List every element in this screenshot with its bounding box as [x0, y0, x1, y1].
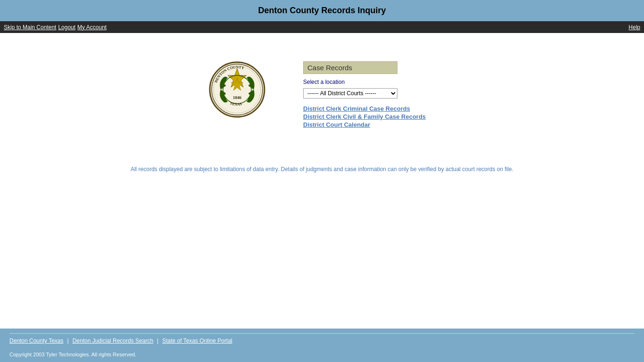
main-content: 1846 DENTON COUNTY TEXAS Case Records Se…: [0, 33, 644, 329]
page-header: Denton County Records Inquiry: [0, 0, 644, 21]
select-location-label: Select a location: [303, 79, 435, 85]
logout-link[interactable]: Logout: [58, 24, 75, 31]
footer-links: Denton County Texas | Denton Judicial Re…: [9, 333, 635, 348]
case-records-section: Case Records Select a location ------ Al…: [303, 61, 435, 128]
seal-image: 1846 DENTON COUNTY TEXAS: [209, 61, 265, 118]
footer-separator-2: |: [157, 337, 158, 344]
judicial-records-search-link[interactable]: Denton Judicial Records Search: [73, 337, 153, 344]
navigation-bar: Skip to Main Content Logout My Account H…: [0, 21, 644, 33]
page-footer: Denton County Texas | Denton Judicial Re…: [0, 329, 644, 362]
footer-separator-1: |: [67, 337, 69, 344]
page-title: Denton County Records Inquiry: [258, 6, 386, 15]
nav-right: Help: [628, 24, 640, 31]
copyright-text: Copyright 2003 Tyler Technologies. All r…: [9, 350, 635, 357]
skip-to-main-link[interactable]: Skip to Main Content: [4, 24, 56, 31]
records-links: District Clerk Criminal Case Records Dis…: [303, 105, 435, 128]
disclaimer-text: All records displayed are subject to lim…: [112, 166, 532, 173]
civil-family-case-records-link[interactable]: District Clerk Civil & Family Case Recor…: [303, 113, 435, 120]
case-records-title: Case Records: [303, 61, 397, 74]
help-link[interactable]: Help: [628, 24, 640, 31]
court-calendar-link[interactable]: District Court Calendar: [303, 121, 435, 128]
svg-text:1846: 1846: [233, 95, 242, 100]
criminal-case-records-link[interactable]: District Clerk Criminal Case Records: [303, 105, 435, 112]
my-account-link[interactable]: My Account: [77, 24, 107, 31]
texas-online-portal-link[interactable]: State of Texas Online Portal: [162, 337, 232, 344]
center-section: 1846 DENTON COUNTY TEXAS Case Records Se…: [209, 61, 435, 128]
nav-left: Skip to Main Content Logout My Account: [4, 24, 107, 31]
denton-county-texas-link[interactable]: Denton County Texas: [9, 337, 64, 344]
county-seal: 1846 DENTON COUNTY TEXAS: [209, 61, 265, 118]
location-dropdown[interactable]: ------ All District Courts ------ 16th D…: [303, 88, 397, 99]
